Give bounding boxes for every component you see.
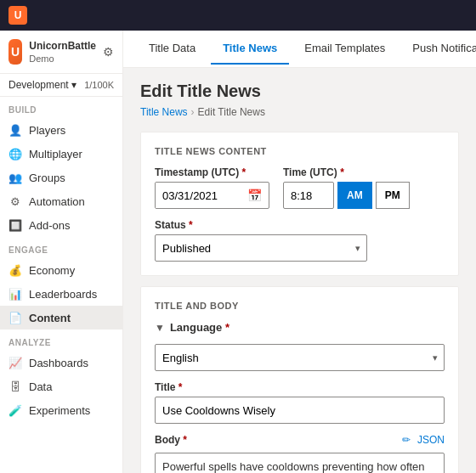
brand-icon: U — [8, 39, 22, 65]
addons-icon: 🔲 — [8, 218, 22, 232]
topbar: U — [0, 0, 476, 31]
am-button[interactable]: AM — [337, 182, 372, 209]
status-select-wrapper[interactable]: Published Draft Archived — [155, 234, 367, 262]
title-field-group: Title * — [155, 381, 445, 424]
time-group: Time (UTC) * AM PM — [283, 166, 410, 209]
sidebar-item-content[interactable]: 📄 Content — [0, 306, 122, 329]
sidebar-item-addons[interactable]: 🔲 Add-ons — [0, 213, 122, 237]
timestamp-label: Timestamp (UTC) * — [155, 166, 269, 178]
addons-label: Add-ons — [29, 219, 70, 232]
sidebar-item-groups[interactable]: 👥 Groups — [0, 166, 122, 189]
groups-label: Groups — [29, 172, 65, 184]
language-collapsible-header[interactable]: ▼ Language * — [155, 321, 445, 334]
automation-label: Automation — [29, 195, 85, 208]
experiments-label: Experiments — [29, 404, 90, 417]
experiments-icon: 🧪 — [8, 403, 22, 417]
leaderboards-label: Leaderboards — [29, 288, 97, 301]
content-icon: 📄 — [8, 311, 22, 324]
dashboards-label: Dashboards — [29, 357, 88, 369]
timestamp-input[interactable] — [156, 183, 241, 208]
time-input[interactable] — [283, 182, 334, 209]
economy-icon: 💰 — [8, 263, 22, 277]
section1-title: TITLE NEWS CONTENT — [155, 146, 445, 156]
collapse-icon: ▼ — [155, 322, 165, 334]
tab-email-templates[interactable]: Email Templates — [292, 33, 397, 65]
sidebar-item-data[interactable]: 🗄 Data — [0, 374, 122, 398]
section-engage-label: ENGAGE — [0, 237, 122, 258]
breadcrumb-current: Edit Title News — [198, 106, 265, 118]
tab-title-news[interactable]: Title News — [211, 33, 289, 65]
content-area: Edit Title News Title News › Edit Title … — [123, 68, 476, 473]
multiplayer-icon: 🌐 — [8, 147, 22, 160]
section-build-label: BUILD — [0, 97, 122, 118]
env-selector[interactable]: Development ▾ — [8, 79, 76, 91]
quota-display: 1/100K — [84, 80, 114, 90]
groups-icon: 👥 — [8, 171, 22, 184]
json-label[interactable]: JSON — [417, 434, 445, 446]
pm-button[interactable]: PM — [376, 182, 410, 209]
breadcrumb-separator: › — [191, 106, 195, 118]
tabbar: Title Data Title News Email Templates Pu… — [123, 31, 476, 68]
sidebar-item-leaderboards[interactable]: 📊 Leaderboards — [0, 282, 122, 306]
section-analyze-label: ANALYZE — [0, 329, 122, 351]
sidebar-item-experiments[interactable]: 🧪 Experiments — [0, 398, 122, 422]
content-label: Content — [29, 312, 71, 324]
dashboards-icon: 📈 — [8, 356, 22, 369]
language-select-wrapper: English Spanish French German — [155, 344, 445, 371]
calendar-icon[interactable]: 📅 — [241, 189, 269, 202]
page-title: Edit Title News — [140, 82, 459, 101]
data-icon: 🗄 — [8, 380, 22, 393]
leaderboards-icon: 📊 — [8, 287, 22, 301]
breadcrumb-parent[interactable]: Title News — [140, 106, 188, 118]
breadcrumb: Title News › Edit Title News — [140, 106, 459, 118]
status-select[interactable]: Published Draft Archived — [155, 234, 367, 262]
sidebar-item-dashboards[interactable]: 📈 Dashboards — [0, 351, 122, 374]
body-field-label: Body * — [155, 434, 187, 446]
players-icon: 👤 — [8, 123, 22, 137]
time-label: Time (UTC) * — [283, 166, 410, 178]
chevron-down-icon: ▾ — [71, 79, 76, 91]
sidebar-item-economy[interactable]: 💰 Economy — [0, 258, 122, 282]
timestamp-group: Timestamp (UTC) * 📅 — [155, 166, 269, 209]
time-input-group: AM PM — [283, 182, 410, 209]
main-panel: Title Data Title News Email Templates Pu… — [123, 31, 476, 473]
tab-push-notification[interactable]: Push Notification Templates — [400, 33, 476, 65]
body-textarea[interactable]: Powerful spells have cooldowns preventin… — [155, 453, 445, 473]
settings-icon[interactable]: ⚙ — [103, 45, 114, 59]
data-label: Data — [29, 380, 52, 393]
status-group: Status * Published Draft Archived — [155, 219, 445, 262]
brand-name: UnicornBattle — [29, 40, 96, 53]
brand-area: U UnicornBattle Demo ⚙ — [0, 31, 122, 74]
brand-sub: Demo — [29, 53, 96, 64]
body-field-group: Body * ✏ JSON Powerful spells have coold… — [155, 434, 445, 473]
sidebar-item-multiplayer[interactable]: 🌐 Multiplayer — [0, 142, 122, 166]
economy-label: Economy — [29, 264, 75, 277]
timestamp-input-wrapper[interactable]: 📅 — [155, 182, 269, 209]
tab-title-data[interactable]: Title Data — [137, 33, 207, 65]
app-logo: U — [8, 6, 27, 25]
sidebar-item-players[interactable]: 👤 Players — [0, 118, 122, 142]
status-label: Status * — [155, 219, 445, 231]
players-label: Players — [29, 124, 65, 137]
title-field-label: Title * — [155, 381, 445, 393]
title-and-body-section: TITLE AND BODY ▼ Language * English Span… — [140, 286, 459, 473]
edit-pencil-icon: ✏ — [402, 434, 411, 446]
sidebar-item-automation[interactable]: ⚙ Automation — [0, 189, 122, 213]
multiplayer-label: Multiplayer — [29, 148, 82, 160]
sidebar: U UnicornBattle Demo ⚙ Development ▾ 1/1… — [0, 31, 123, 473]
section2-title: TITLE AND BODY — [155, 301, 445, 311]
title-field[interactable] — [155, 397, 445, 424]
language-group-label: Language * — [170, 321, 230, 334]
language-select[interactable]: English Spanish French German — [155, 344, 445, 371]
title-news-content-section: TITLE NEWS CONTENT Timestamp (UTC) * 📅 — [140, 132, 459, 276]
env-bar: Development ▾ 1/100K — [0, 74, 122, 97]
body-actions[interactable]: ✏ JSON — [402, 434, 445, 446]
automation-icon: ⚙ — [8, 194, 22, 208]
